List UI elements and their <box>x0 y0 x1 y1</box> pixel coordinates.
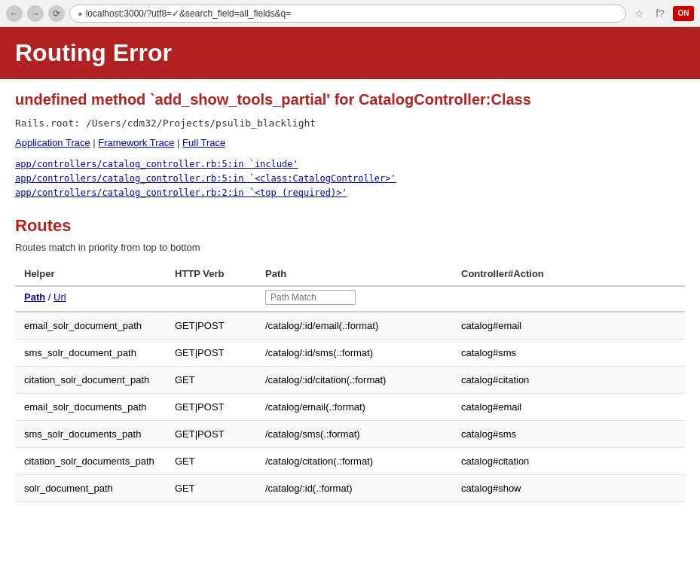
route-path: /catalog/citation(.:format) <box>256 447 452 474</box>
on-badge: ON <box>673 6 694 21</box>
table-row: email_solr_document_pathGET|POST/catalog… <box>15 312 685 340</box>
rails-root: Rails.root: /Users/cdm32/Projects/psulib… <box>15 117 685 129</box>
trace-sep1: | <box>90 137 99 148</box>
bookmark-icon[interactable]: ☆ <box>631 5 647 22</box>
address-bar[interactable]: ● localhost:3000/?utf8=✓&search_field=al… <box>69 5 626 23</box>
table-row: solr_document_pathGET/catalog/:id(.:form… <box>15 474 685 501</box>
path-filter-link[interactable]: Path <box>24 291 45 303</box>
routes-tbody: email_solr_document_pathGET|POST/catalog… <box>15 312 685 502</box>
route-helper: citation_solr_document_path <box>15 366 166 393</box>
rails-root-label: Rails.root: <box>15 117 80 129</box>
routes-section: Routes Routes match in priority from top… <box>15 216 685 502</box>
filter-verb-cell <box>166 286 256 312</box>
route-helper: sms_solr_documents_path <box>15 420 166 447</box>
route-helper: email_solr_documents_path <box>15 393 166 420</box>
browser-actions: ☆ f? ON <box>631 5 694 22</box>
route-controller: catalog#citation <box>452 366 685 393</box>
lock-icon: ● <box>78 9 83 18</box>
filter-controller-cell <box>452 286 685 312</box>
filter-path-url-cell: Path / Url <box>15 286 166 312</box>
route-path: /catalog/:id/email(.:format) <box>256 312 452 340</box>
route-verb: GET <box>166 474 256 501</box>
back-button[interactable]: ← <box>6 5 23 22</box>
page-title: Routing Error <box>15 39 685 67</box>
table-header-row: Helper HTTP Verb Path Controller#Action <box>15 262 685 286</box>
trace-files: app/controllers/catalog_controller.rb:5:… <box>15 157 685 201</box>
route-controller: catalog#email <box>452 312 685 340</box>
route-verb: GET|POST <box>166 420 256 447</box>
url-filter-link[interactable]: Url <box>53 291 66 303</box>
filter-separator: / <box>45 291 53 303</box>
extension-icon[interactable]: f? <box>652 5 668 22</box>
trace-file-link[interactable]: app/controllers/catalog_controller.rb:5:… <box>15 157 685 172</box>
col-header-controller: Controller#Action <box>452 262 685 286</box>
col-header-helper: Helper <box>15 262 166 286</box>
route-helper: solr_document_path <box>15 474 166 501</box>
browser-chrome: ← → ⟳ ● localhost:3000/?utf8=✓&search_fi… <box>0 0 700 27</box>
route-helper: sms_solr_document_path <box>15 339 166 366</box>
trace-file-link[interactable]: app/controllers/catalog_controller.rb:2:… <box>15 186 685 200</box>
trace-sep2: | <box>174 137 182 148</box>
path-match-input[interactable] <box>265 290 356 305</box>
filter-row: Path / Url <box>15 286 685 312</box>
routes-title: Routes <box>15 216 685 236</box>
routes-subtitle: Routes match in priority from top to bot… <box>15 242 685 253</box>
table-row: citation_solr_documents_pathGET/catalog/… <box>15 447 685 474</box>
error-message: undefined method `add_show_tools_partial… <box>15 91 685 108</box>
route-verb: GET|POST <box>166 312 256 340</box>
route-controller: catalog#sms <box>452 339 685 366</box>
rails-root-path: /Users/cdm32/Projects/psulib_blacklight <box>86 117 316 129</box>
col-header-verb: HTTP Verb <box>166 262 256 286</box>
table-row: sms_solr_documents_pathGET|POST/catalog/… <box>15 420 685 447</box>
framework-trace-link[interactable]: Framework Trace <box>98 137 174 148</box>
route-helper: citation_solr_documents_path <box>15 447 166 474</box>
route-path: /catalog/:id(.:format) <box>256 474 452 501</box>
table-row: citation_solr_document_pathGET/catalog/:… <box>15 366 685 393</box>
route-verb: GET <box>166 366 256 393</box>
trace-links: Application Trace | Framework Trace | Fu… <box>15 136 685 148</box>
reload-button[interactable]: ⟳ <box>48 5 65 22</box>
route-verb: GET|POST <box>166 339 256 366</box>
trace-file-link[interactable]: app/controllers/catalog_controller.rb:5:… <box>15 172 685 186</box>
route-verb: GET|POST <box>166 393 256 420</box>
page-header: Routing Error <box>0 27 700 79</box>
route-path: /catalog/sms(.:format) <box>256 420 452 447</box>
route-controller: catalog#email <box>452 393 685 420</box>
url-text: localhost:3000/?utf8=✓&search_field=all_… <box>86 8 292 19</box>
filter-path-input-cell <box>256 286 452 312</box>
route-controller: catalog#sms <box>452 420 685 447</box>
route-path: /catalog/:id/sms(.:format) <box>256 339 452 366</box>
application-trace-link[interactable]: Application Trace <box>15 137 90 148</box>
table-row: email_solr_documents_pathGET|POST/catalo… <box>15 393 685 420</box>
forward-button[interactable]: → <box>27 5 44 22</box>
route-controller: catalog#show <box>452 474 685 501</box>
route-verb: GET <box>166 447 256 474</box>
page-body: undefined method `add_show_tools_partial… <box>0 79 700 514</box>
route-controller: catalog#citation <box>452 447 685 474</box>
col-header-path: Path <box>256 262 452 286</box>
table-row: sms_solr_document_pathGET|POST/catalog/:… <box>15 339 685 366</box>
full-trace-link[interactable]: Full Trace <box>182 137 225 148</box>
route-path: /catalog/email(.:format) <box>256 393 452 420</box>
route-helper: email_solr_document_path <box>15 312 166 340</box>
routes-table: Helper HTTP Verb Path Controller#Action … <box>15 262 685 502</box>
route-path: /catalog/:id/citation(.:format) <box>256 366 452 393</box>
